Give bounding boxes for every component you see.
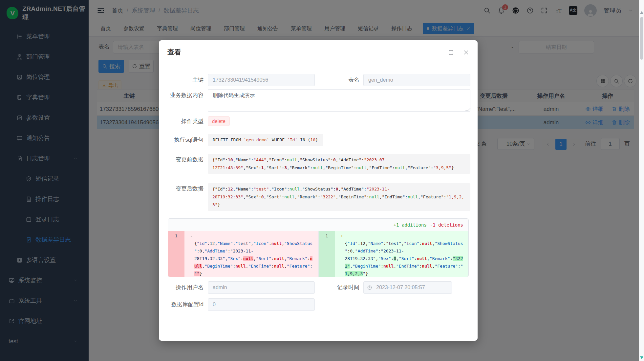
sql-statement: DELETE FROM `gen_demo` WHERE `Id` IN (10…	[208, 134, 323, 146]
dialog-title: 查看	[167, 48, 181, 57]
diff-deletions: -1 deletions	[430, 222, 463, 228]
record-time-label: 记录时间	[313, 281, 359, 294]
table-name-field: gen_demo	[363, 74, 470, 86]
diff-deleted-line: - {"Id":12,"Name":"test","Icon":null,"Sh…	[184, 231, 318, 277]
business-content-textarea[interactable]: 删除代码生成演示	[208, 89, 470, 112]
diff-deletion-side: 1 - {"Id":12,"Name":"test","Icon":null,"…	[168, 231, 318, 277]
before-data-label: 变更前数据	[159, 156, 204, 164]
scrollbar-down-arrow[interactable]	[640, 356, 643, 359]
view-dialog: 查看 主键 1732733041941549056 表名 gen_demo 业务…	[159, 40, 478, 341]
db-config-id-label: 数据库配置id	[159, 298, 204, 311]
business-content-label: 业务数据内容	[159, 91, 204, 100]
key-label: 主键	[159, 74, 204, 86]
dialog-tools	[448, 50, 469, 55]
diff-line-number: 1	[168, 231, 184, 277]
diff-summary: +1 additions -1 deletions	[168, 219, 468, 231]
db-config-id-field: 0	[208, 298, 315, 311]
before-data-json: {"Id":10,"Name":"444","Icon":null,"ShowS…	[208, 154, 470, 174]
record-time-field: 2023-12-07 20:05:57	[363, 281, 452, 294]
scrollbar-up-arrow[interactable]	[640, 11, 643, 14]
clock-icon	[367, 285, 372, 290]
operation-type-tag: delete	[208, 116, 230, 126]
key-field: 1732733041941549056	[208, 74, 315, 86]
table-name-label: 表名	[313, 74, 359, 86]
app-root: V ZRAdmin.NET后台管理 菜单管理 部门管理 岗位管理 字典管理 参数…	[0, 0, 644, 361]
diff-additions: +1 additions	[394, 222, 427, 228]
after-data-json: {"Id":12,"Name":"test","Icon":null,"Show…	[208, 183, 470, 211]
maximize-dialog-icon[interactable]	[448, 50, 454, 55]
close-dialog-icon[interactable]	[463, 50, 469, 55]
operator-field: admin	[208, 281, 315, 294]
after-data-label: 变更后数据	[159, 185, 204, 193]
scrollbar-thumb[interactable]	[640, 17, 643, 60]
operator-label: 操作用户名	[159, 281, 204, 294]
diff-added-line: + {"Id":12,"Name":"test","Icon":null,"Sh…	[335, 231, 469, 277]
diff-body: 1 - {"Id":12,"Name":"test","Icon":null,"…	[168, 231, 468, 277]
page-scrollbar[interactable]	[639, 0, 644, 361]
diff-panel: +1 additions -1 deletions 1 - {"Id":12,"…	[168, 218, 469, 277]
operation-type-label: 操作类型	[159, 116, 204, 126]
diff-line-number: 1	[319, 231, 335, 277]
sql-label: 执行sql语句	[159, 134, 204, 146]
diff-addition-side: 1 + {"Id":12,"Name":"test","Icon":null,"…	[318, 231, 469, 277]
